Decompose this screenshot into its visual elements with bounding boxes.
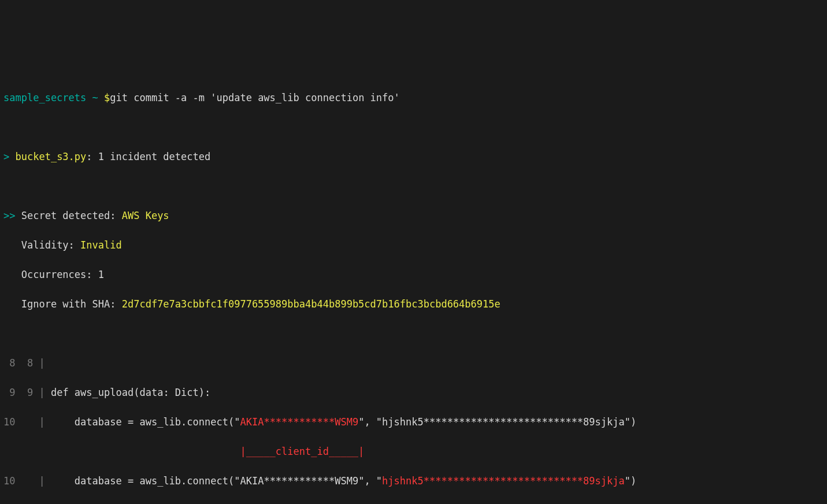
client-id-plain: AKIA************WSM9 <box>240 475 358 487</box>
incident-file: bucket_s3.py <box>15 151 86 162</box>
call-mid: ", " <box>358 475 382 487</box>
validity-label: Validity: <box>21 239 80 251</box>
call-prefix: database = aws_lib.connect(" <box>45 475 240 487</box>
validity-value: Invalid <box>80 239 122 251</box>
call-prefix: database = aws_lib.connect(" <box>45 416 240 428</box>
client-secret-masked: hjshnk5***************************89sjkj… <box>382 475 625 487</box>
diff-bar: | <box>33 415 44 430</box>
secret-validity-line: Validity: Invalid <box>3 238 824 253</box>
new-line-num <box>15 415 33 430</box>
command-text: git commit -a -m 'update aws_lib connect… <box>110 92 400 103</box>
secret-occurrences-line: Occurrences: 1 <box>3 268 824 283</box>
new-line-num: 8 <box>15 356 33 371</box>
blank-line <box>3 120 824 135</box>
incident-text: : 1 incident detected <box>86 151 210 162</box>
secret-detected-label: Secret detected: <box>21 210 122 221</box>
client-id-underline: |_____client_id_____| <box>51 446 364 457</box>
old-line-num: 10 <box>3 415 15 430</box>
secret-ignore-line: Ignore with SHA: 2d7cdf7e7a3cbbfc1f09776… <box>3 297 824 312</box>
blank-line <box>3 179 824 194</box>
secret-detected-line: >> Secret detected: AWS Keys <box>3 209 824 224</box>
new-line-num <box>15 474 33 489</box>
diff-bar: | <box>33 386 44 401</box>
call-mid: ", " <box>358 416 382 428</box>
old-line-num: 9 <box>3 386 15 401</box>
cwd-path: sample_secrets <box>3 92 86 103</box>
call-end: ") <box>625 475 636 487</box>
ignore-label: Ignore with SHA: <box>21 298 122 310</box>
def-line-code: def aws_upload(data: Dict): <box>45 387 211 398</box>
blank-line <box>3 327 824 342</box>
old-line-num: 10 <box>3 474 15 489</box>
secret-arrow: >> <box>3 210 21 221</box>
client-id-masked: AKIA************WSM9 <box>240 416 358 428</box>
prompt-line-1: sample_secrets ~ $git commit -a -m 'upda… <box>3 91 824 106</box>
terminal[interactable]: sample_secrets ~ $git commit -a -m 'upda… <box>0 74 827 505</box>
occurrences-text: Occurrences: 1 <box>21 269 104 280</box>
old-line-num: 8 <box>3 356 15 371</box>
incident-line: > bucket_s3.py: 1 incident detected <box>3 150 824 165</box>
prompt-tilde: ~ <box>86 92 104 103</box>
diff-line-client-id-underline: |_____client_id_____| <box>3 444 824 459</box>
diff-bar: | <box>33 474 44 489</box>
call-end: ") <box>625 416 636 428</box>
prompt-dollar: $ <box>104 92 110 103</box>
secret-detected-value: AWS Keys <box>122 210 169 221</box>
incident-arrow: > <box>3 151 15 162</box>
diff-line-9: 9 9 | def aws_upload(data: Dict): <box>3 386 824 401</box>
diff-bar: | <box>33 356 44 371</box>
ignore-sha: 2d7cdf7e7a3cbbfc1f0977655989bba4b44b899b… <box>122 298 500 310</box>
diff-line-8: 8 8 | <box>3 356 824 371</box>
new-line-num: 9 <box>15 386 33 401</box>
diff-line-10-old-a: 10 | database = aws_lib.connect("AKIA***… <box>3 415 824 430</box>
diff-line-10-old-b: 10 | database = aws_lib.connect("AKIA***… <box>3 474 824 489</box>
client-secret-plain: hjshnk5***************************89sjkj… <box>382 416 625 428</box>
